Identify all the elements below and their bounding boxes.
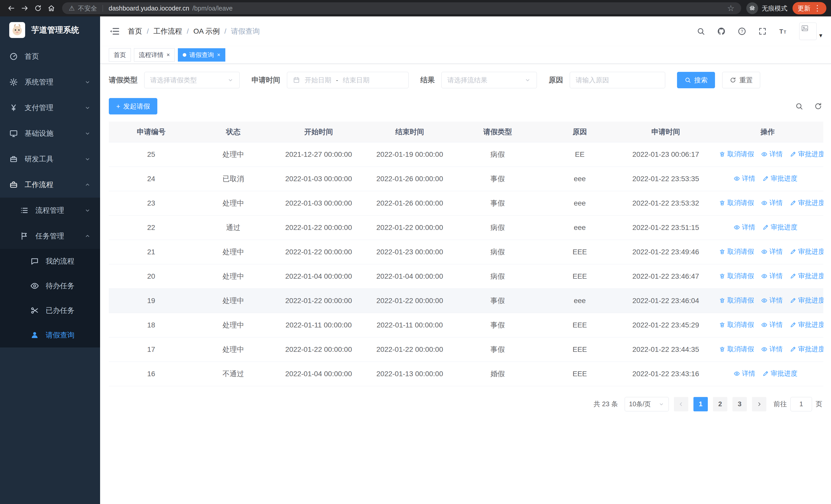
detail-link-label: 详情 <box>769 271 783 280</box>
approval-progress-link[interactable]: 审批进度 <box>790 271 823 280</box>
detail-link[interactable]: 详情 <box>761 247 783 256</box>
detail-link[interactable]: 详情 <box>761 320 783 329</box>
help-button[interactable]: ? <box>738 27 746 36</box>
approval-progress-link[interactable]: 审批进度 <box>790 296 823 305</box>
toggle-search-button[interactable] <box>795 102 803 110</box>
detail-link[interactable]: 详情 <box>734 369 755 378</box>
breadcrumb-item[interactable]: OA 示例 <box>194 26 220 36</box>
sidebar-item-done-tasks[interactable]: 已办任务 <box>0 298 100 323</box>
leave-type-select[interactable]: 请选择请假类型 <box>144 72 240 88</box>
user-menu[interactable]: ▾ <box>799 23 822 40</box>
edit-icon <box>763 176 769 182</box>
detail-link[interactable]: 详情 <box>761 198 783 207</box>
forward-button[interactable] <box>18 2 31 15</box>
sidebar-item-leave-query[interactable]: 请假查询 <box>0 323 100 348</box>
approval-progress-link[interactable]: 审批进度 <box>790 198 823 207</box>
approval-progress-link[interactable]: 审批进度 <box>790 320 823 329</box>
active-tab-dot <box>183 53 186 57</box>
cancel-leave-link[interactable]: 取消请假 <box>719 320 754 329</box>
cell-status: 处理中 <box>194 313 273 337</box>
detail-link[interactable]: 详情 <box>761 345 783 354</box>
header-search-button[interactable] <box>696 27 705 36</box>
back-button[interactable] <box>5 2 18 15</box>
cancel-leave-link[interactable]: 取消请假 <box>719 150 754 158</box>
detail-link[interactable]: 详情 <box>734 223 755 232</box>
sidebar-item-workflow[interactable]: 工作流程 <box>0 172 100 198</box>
browser-menu-icon[interactable]: ⋮ <box>813 4 821 12</box>
page-size-select[interactable]: 10条/页 <box>625 397 669 411</box>
reset-button[interactable]: 重置 <box>722 72 760 88</box>
approval-progress-link[interactable]: 审批进度 <box>763 223 797 232</box>
cell-reason: EE <box>540 142 620 167</box>
approval-progress-link[interactable]: 审批进度 <box>790 345 823 354</box>
cancel-leave-link[interactable]: 取消请假 <box>719 345 754 354</box>
cancel-leave-link[interactable]: 取消请假 <box>719 198 754 207</box>
create-leave-button[interactable]: + 发起请假 <box>109 98 157 114</box>
result-select[interactable]: 请选择流结果 <box>441 72 537 88</box>
page-size-value: 10条/页 <box>629 400 651 408</box>
font-size-button[interactable]: TT <box>779 27 787 36</box>
table-row: 20处理中2022-01-04 00:00:002022-01-04 00:00… <box>109 264 823 289</box>
sidebar-item-payment[interactable]: 支付管理 <box>0 95 100 121</box>
close-icon[interactable]: × <box>167 52 170 58</box>
app-logo-row[interactable]: 芋道管理系统 <box>0 17 100 43</box>
hamburger-icon[interactable] <box>109 26 120 37</box>
security-label[interactable]: 不安全 <box>78 4 97 12</box>
prev-page-button[interactable] <box>674 397 688 411</box>
approval-progress-link-label: 审批进度 <box>771 223 797 232</box>
tab-process-detail[interactable]: 流程详情 × <box>134 48 175 62</box>
tab-leave-query[interactable]: 请假查询 × <box>178 48 225 62</box>
goto-page-input[interactable] <box>791 397 812 411</box>
eye-icon <box>734 370 740 377</box>
reason-input[interactable] <box>570 72 665 88</box>
breadcrumb-item[interactable]: 工作流程 <box>153 26 182 36</box>
cell-id: 18 <box>109 313 194 337</box>
search-button[interactable]: 搜索 <box>677 72 715 88</box>
sidebar-item-label: 已办任务 <box>46 306 75 316</box>
home-button[interactable] <box>45 2 58 15</box>
app-title: 芋道管理系统 <box>31 25 79 35</box>
cancel-leave-link[interactable]: 取消请假 <box>719 296 754 305</box>
cancel-leave-link[interactable]: 取消请假 <box>719 247 754 256</box>
detail-link[interactable]: 详情 <box>761 296 783 305</box>
detail-link[interactable]: 详情 <box>761 271 783 280</box>
reload-button[interactable] <box>31 2 45 15</box>
refresh-table-button[interactable] <box>814 102 822 110</box>
approval-progress-link[interactable]: 审批进度 <box>763 369 797 378</box>
sidebar-item-infrastructure[interactable]: 基础设施 <box>0 121 100 146</box>
tab-home[interactable]: 首页 <box>109 48 131 62</box>
sidebar-item-home[interactable]: 首页 <box>0 43 100 69</box>
cancel-leave-link[interactable]: 取消请假 <box>719 271 754 280</box>
address-bar[interactable]: ⚠ 不安全 dashboard.yudao.iocoder.cn /bpm/oa… <box>62 2 741 14</box>
detail-link[interactable]: 详情 <box>734 174 755 183</box>
sidebar-item-task-management[interactable]: 任务管理 <box>0 223 100 249</box>
page-button-2[interactable]: 2 <box>713 397 727 411</box>
bookmark-star-icon[interactable]: ☆ <box>727 3 735 13</box>
cell-start: 2022-01-22 00:00:00 <box>273 215 364 240</box>
close-icon[interactable]: × <box>217 52 221 58</box>
approval-progress-link-label: 审批进度 <box>798 198 823 207</box>
filter-label: 请假类型 <box>109 75 138 85</box>
breadcrumb-item[interactable]: 首页 <box>128 26 142 36</box>
cell-actions: 取消请假详情审批进度 <box>712 142 823 167</box>
edit-icon <box>763 370 769 377</box>
page-button-1[interactable]: 1 <box>693 397 708 411</box>
approval-progress-link[interactable]: 审批进度 <box>763 174 797 183</box>
github-button[interactable] <box>717 27 726 36</box>
sidebar-item-devtools[interactable]: 研发工具 <box>0 146 100 172</box>
fullscreen-button[interactable] <box>758 27 767 36</box>
detail-link[interactable]: 详情 <box>761 150 783 158</box>
cell-start: 2022-01-04 00:00:00 <box>273 362 364 386</box>
page-button-3[interactable]: 3 <box>733 397 747 411</box>
sidebar-item-label: 工作流程 <box>25 180 53 190</box>
sidebar-item-process-management[interactable]: 流程管理 <box>0 198 100 223</box>
apply-time-range-picker[interactable]: 开始日期 - 结束日期 <box>287 72 408 88</box>
sidebar-item-my-process[interactable]: 我的流程 <box>0 249 100 273</box>
approval-progress-link[interactable]: 审批进度 <box>790 150 823 158</box>
next-page-button[interactable] <box>752 397 766 411</box>
approval-progress-link[interactable]: 审批进度 <box>790 247 823 256</box>
reset-button-label: 重置 <box>739 76 753 85</box>
update-button[interactable]: 更新 ⋮ <box>793 2 826 14</box>
sidebar-item-system[interactable]: 系统管理 <box>0 69 100 95</box>
sidebar-item-todo-tasks[interactable]: 待办任务 <box>0 273 100 298</box>
